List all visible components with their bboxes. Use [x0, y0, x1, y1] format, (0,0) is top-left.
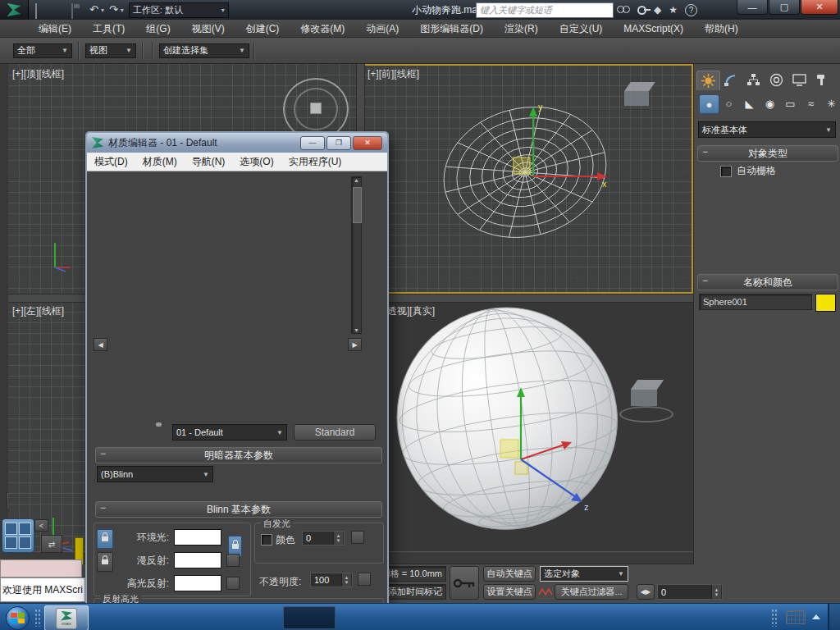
autogrid-checkbox[interactable]: [720, 166, 732, 177]
communication-center-icon[interactable]: ◆: [654, 4, 661, 16]
diffuse-color-swatch[interactable]: [174, 552, 221, 568]
me-menu-item[interactable]: 实用程序(U): [281, 155, 349, 169]
background-window-button[interactable]: [283, 606, 336, 629]
menu-item[interactable]: 视图(V): [181, 20, 235, 38]
menu-item[interactable]: 修改器(M): [290, 20, 355, 38]
menu-item[interactable]: 自定义(U): [549, 20, 614, 38]
menu-item[interactable]: MAXScript(X): [613, 20, 694, 38]
infocenter-search-input[interactable]: 键入关键字或短语: [476, 2, 614, 18]
category-geometry-icon[interactable]: ●: [699, 94, 719, 114]
category-spacewarps-icon[interactable]: ≈: [801, 94, 820, 112]
diffuse-map-button[interactable]: [226, 554, 240, 567]
me-close-button[interactable]: ✕: [353, 136, 382, 150]
object-color-swatch[interactable]: [815, 294, 836, 312]
viewport-layout-button[interactable]: [2, 518, 34, 553]
help-icon[interactable]: ?: [685, 4, 697, 16]
auto-key-button[interactable]: 自动关键点: [483, 566, 536, 582]
name-color-rollout-header[interactable]: −名称和颜色: [697, 274, 838, 290]
me-menu-item[interactable]: 选项(O): [232, 155, 281, 169]
category-cameras-icon[interactable]: ◉: [760, 94, 779, 112]
set-key-button[interactable]: 设置关键点: [483, 584, 536, 600]
new-file-icon[interactable]: [35, 4, 48, 16]
selection-filter-dropdown[interactable]: 全部▼: [13, 43, 72, 58]
collapse-listener-button[interactable]: <: [34, 519, 48, 532]
opacity-spinner[interactable]: 100▲▼: [310, 573, 353, 587]
viewport-perspective[interactable]: [+][透视][真实]: [363, 301, 693, 551]
me-menu-item[interactable]: 模式(D): [87, 155, 135, 169]
tab-modify[interactable]: [719, 71, 742, 89]
redo-dropdown-icon[interactable]: ▾: [121, 7, 124, 14]
show-hidden-icons-arrow[interactable]: [812, 614, 820, 619]
workspace-selector[interactable]: 工作区: 默认 ▾: [129, 2, 229, 18]
maxscript-mini-listener[interactable]: 欢迎使用 MAXScri: [0, 578, 85, 602]
opacity-map-button[interactable]: [358, 573, 371, 586]
time-slider-toggle-icon[interactable]: ⇄: [41, 535, 62, 553]
blinn-rollout-header[interactable]: −Blinn 基本参数: [95, 501, 382, 518]
viewport-top-label[interactable]: [+][顶][线框]: [12, 67, 64, 81]
minimize-button[interactable]: —: [737, 0, 768, 15]
tab-utilities[interactable]: [811, 71, 833, 89]
material-editor-titlebar[interactable]: 材质编辑器 - 01 - Default — ❐ ✕: [87, 133, 387, 153]
object-name-field[interactable]: Sphere001: [699, 294, 812, 310]
save-file-icon[interactable]: [71, 4, 84, 16]
menu-item[interactable]: 渲染(R): [494, 20, 549, 38]
menu-item[interactable]: 组(G): [135, 20, 180, 38]
me-menu-item[interactable]: 导航(N): [185, 155, 233, 169]
self-illum-value-spinner[interactable]: 0▲▼: [302, 531, 345, 546]
menu-item[interactable]: 工具(T): [82, 20, 135, 38]
maximize-button[interactable]: ▢: [769, 0, 800, 15]
diffuse-specular-lock-button[interactable]: [97, 552, 113, 572]
reference-coordinate-dropdown[interactable]: 视图▼: [85, 43, 136, 58]
maxscript-macro-recorder[interactable]: [0, 559, 82, 578]
material-type-button[interactable]: Standard: [294, 424, 376, 441]
close-button[interactable]: ✕: [801, 0, 838, 15]
search-icon[interactable]: [617, 4, 630, 16]
key-mode-dropdown[interactable]: 选定对象▼: [540, 566, 628, 582]
sign-in-key-icon[interactable]: [637, 6, 646, 15]
menu-item[interactable]: 图形编辑器(D): [409, 20, 494, 38]
slot-scroll-right-button[interactable]: ▶: [348, 338, 362, 351]
favorites-star-icon[interactable]: ★: [669, 4, 678, 16]
menu-item[interactable]: 动画(A): [355, 20, 409, 38]
move-gizmo-front[interactable]: y x: [497, 98, 620, 189]
slot-scrollbar[interactable]: ▲ ▼: [351, 176, 362, 334]
me-menu-item[interactable]: 材质(M): [135, 155, 185, 169]
start-button[interactable]: [6, 606, 30, 630]
undo-icon[interactable]: ↶: [89, 4, 98, 16]
tab-motion[interactable]: [765, 71, 788, 89]
viewport-front-label[interactable]: [+][前][线框]: [368, 67, 419, 81]
specular-map-button[interactable]: [226, 577, 240, 590]
tab-display[interactable]: [788, 71, 810, 89]
slot-scroll-left-button[interactable]: ◀: [94, 338, 107, 351]
menu-item[interactable]: 创建(C): [235, 20, 290, 38]
shader-type-dropdown[interactable]: (B)Blinn▼: [97, 466, 213, 482]
key-step-toggle[interactable]: ◀▶: [637, 584, 655, 600]
me-minimize-button[interactable]: —: [300, 136, 325, 150]
viewport-left-label[interactable]: [+][左][线框]: [12, 304, 64, 318]
named-selection-sets-dropdown[interactable]: 创建选择集▼: [159, 43, 249, 58]
material-name-dropdown[interactable]: 01 - Default▼: [172, 424, 287, 441]
application-menu-button[interactable]: [0, 0, 29, 20]
category-shapes-icon[interactable]: ○: [719, 94, 738, 112]
current-frame-field[interactable]: 0▲▼: [657, 584, 723, 600]
me-restore-button[interactable]: ❐: [326, 136, 351, 150]
open-file-icon[interactable]: [53, 4, 66, 16]
redo-icon[interactable]: ↷: [109, 4, 118, 16]
ambient-color-swatch[interactable]: [174, 529, 221, 546]
viewport-front[interactable]: [+][前][线框]: [363, 64, 693, 294]
category-lights-icon[interactable]: ◣: [740, 94, 759, 112]
tab-create[interactable]: [696, 71, 720, 90]
show-desktop-button[interactable]: [828, 604, 840, 630]
object-type-rollout-header[interactable]: −对象类型: [697, 145, 838, 162]
key-filters-button[interactable]: 关键点过滤器...: [555, 584, 628, 600]
menu-item[interactable]: 帮助(H): [694, 20, 749, 38]
set-keys-button[interactable]: [450, 566, 479, 600]
category-helpers-icon[interactable]: ▭: [781, 94, 800, 112]
self-illum-map-button[interactable]: [351, 531, 364, 544]
input-method-keyboard-icon[interactable]: [786, 610, 806, 624]
menu-item[interactable]: 编辑(E): [28, 20, 82, 38]
taskbar-3dsmax-button[interactable]: max: [44, 605, 89, 630]
shader-rollout-header[interactable]: −明暗器基本参数: [95, 447, 382, 463]
category-systems-icon[interactable]: ✳: [822, 94, 840, 112]
specular-color-swatch[interactable]: [174, 575, 221, 591]
